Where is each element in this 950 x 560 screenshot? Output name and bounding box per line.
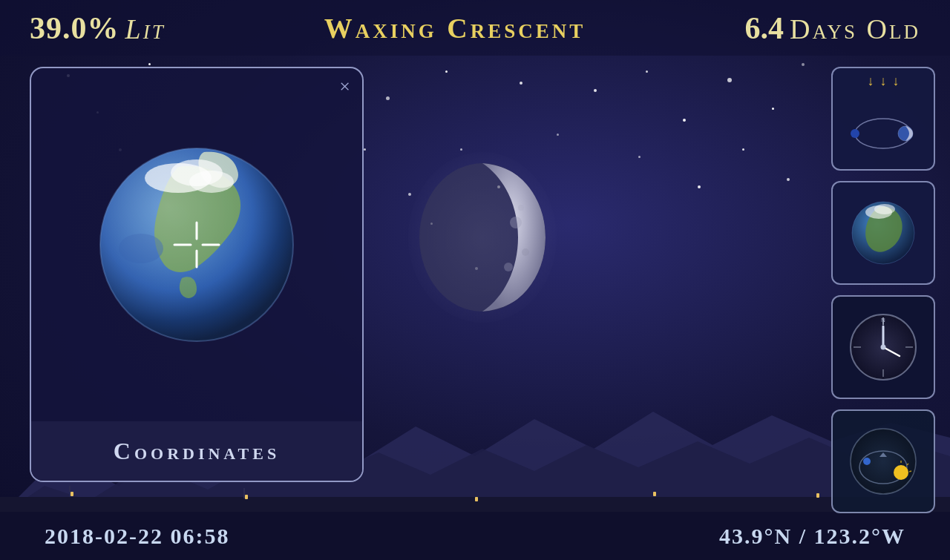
star xyxy=(445,70,448,73)
svg-rect-3 xyxy=(71,492,73,496)
compass-widget[interactable]: N xyxy=(831,295,935,399)
location-coordinates: 43.9°N / 123.2°W xyxy=(719,524,905,549)
right-panel-widgets: ↓ ↓ ↓ xyxy=(831,67,935,513)
illumination-info: 39.0% Lit xyxy=(30,10,166,46)
arrow-1: ↓ xyxy=(868,74,874,88)
moon-phase-widget[interactable]: ↓ ↓ ↓ xyxy=(831,67,935,171)
svg-point-48 xyxy=(894,465,908,480)
earth-widget[interactable] xyxy=(831,181,935,285)
star xyxy=(727,78,732,82)
coordinates-panel: × xyxy=(30,67,364,482)
svg-point-35 xyxy=(874,204,895,214)
svg-rect-5 xyxy=(475,497,478,501)
star xyxy=(683,119,686,122)
coordinates-text: Coordinates xyxy=(114,438,280,465)
globe-area xyxy=(31,68,362,421)
header-bar: 39.0% Lit Waxing Crescent 6.4 Days Old xyxy=(0,0,950,56)
star xyxy=(520,82,522,85)
svg-rect-7 xyxy=(816,493,819,498)
sun-orbit-widget[interactable] xyxy=(831,409,935,513)
phase-arrows: ↓ ↓ ↓ xyxy=(868,74,900,88)
svg-point-14 xyxy=(522,248,529,256)
moon-display xyxy=(408,148,557,326)
close-button[interactable]: × xyxy=(339,77,350,96)
lit-label: Lit xyxy=(125,13,166,45)
star xyxy=(638,156,641,158)
star xyxy=(772,108,774,110)
svg-point-46 xyxy=(851,429,916,494)
star xyxy=(802,63,805,66)
earth-widget-svg xyxy=(846,196,920,270)
star xyxy=(698,185,701,188)
moon-svg xyxy=(408,148,557,326)
svg-point-16 xyxy=(518,205,524,211)
crosshair-icon xyxy=(171,219,223,271)
star xyxy=(787,178,790,181)
svg-point-15 xyxy=(504,263,513,271)
sun-orbit-svg xyxy=(846,424,920,498)
phase-diagram-svg xyxy=(846,96,920,156)
star xyxy=(148,63,151,65)
age-info: 6.4 Days Old xyxy=(745,10,920,46)
star xyxy=(594,89,597,92)
svg-point-13 xyxy=(510,217,522,228)
svg-rect-8 xyxy=(69,486,71,496)
star xyxy=(646,70,648,73)
datetime-display: 2018-02-22 06:58 xyxy=(45,524,229,549)
star xyxy=(386,96,390,100)
phase-name: Waxing Crescent xyxy=(324,12,586,45)
svg-rect-9 xyxy=(243,488,245,498)
compass-svg: N xyxy=(846,310,920,384)
svg-line-51 xyxy=(909,471,911,472)
svg-point-44 xyxy=(881,345,886,350)
days-number: 6.4 xyxy=(745,10,784,46)
svg-rect-4 xyxy=(245,495,248,499)
arrow-3: ↓ xyxy=(893,74,900,88)
coordinates-label-bar: Coordinates xyxy=(31,421,362,481)
bottom-bar: 2018-02-22 06:58 43.9°N / 123.2°W xyxy=(0,512,950,560)
svg-text:N: N xyxy=(881,317,885,323)
star xyxy=(557,134,559,136)
star xyxy=(742,148,744,151)
days-old-label: Days Old xyxy=(790,13,920,45)
arrow-2: ↓ xyxy=(880,74,887,88)
star xyxy=(364,148,366,151)
illumination-percent: 39.0% xyxy=(30,10,119,46)
svg-rect-6 xyxy=(653,492,656,496)
svg-point-52 xyxy=(863,458,871,465)
svg-point-30 xyxy=(851,129,859,138)
